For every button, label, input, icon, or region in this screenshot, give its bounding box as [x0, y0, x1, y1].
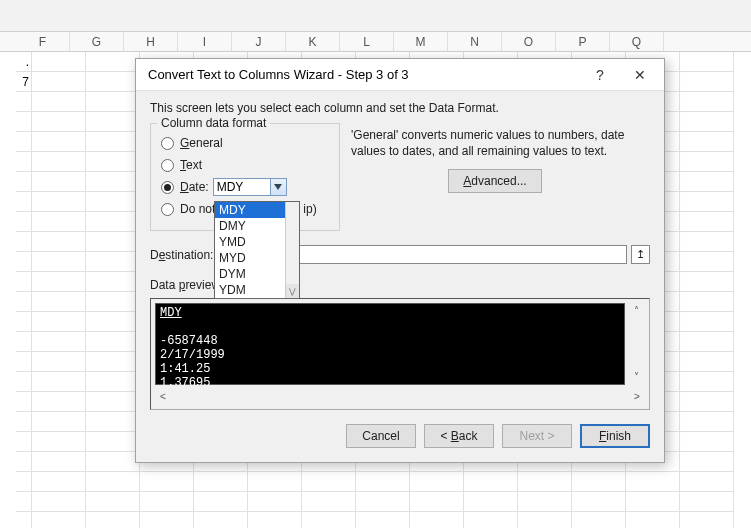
- grid-cell[interactable]: [16, 112, 32, 132]
- column-header[interactable]: O: [502, 32, 556, 51]
- grid-cell[interactable]: [16, 172, 32, 192]
- grid-cell[interactable]: [86, 212, 140, 232]
- grid-cell[interactable]: [680, 232, 734, 252]
- grid-cell[interactable]: [464, 472, 518, 492]
- grid-cell[interactable]: [32, 212, 86, 232]
- grid-cell[interactable]: [86, 132, 140, 152]
- grid-cell[interactable]: [86, 172, 140, 192]
- grid-cell[interactable]: [680, 92, 734, 112]
- grid-cell[interactable]: [680, 212, 734, 232]
- grid-cell[interactable]: [356, 512, 410, 528]
- grid-cell[interactable]: [680, 52, 734, 72]
- grid-cell[interactable]: [194, 512, 248, 528]
- grid-cell[interactable]: [680, 152, 734, 172]
- grid-cell[interactable]: [572, 472, 626, 492]
- grid-cell[interactable]: [86, 432, 140, 452]
- grid-cell[interactable]: [680, 472, 734, 492]
- grid-cell[interactable]: .: [16, 52, 32, 72]
- grid-cell[interactable]: [302, 492, 356, 512]
- grid-cell[interactable]: [32, 232, 86, 252]
- grid-cell[interactable]: [680, 192, 734, 212]
- grid-cell[interactable]: [16, 512, 32, 528]
- grid-cell[interactable]: [518, 472, 572, 492]
- grid-cell[interactable]: 7: [16, 72, 32, 92]
- grid-cell[interactable]: [464, 492, 518, 512]
- grid-cell[interactable]: [140, 512, 194, 528]
- grid-cell[interactable]: [464, 512, 518, 528]
- grid-cell[interactable]: [626, 512, 680, 528]
- grid-cell[interactable]: [32, 412, 86, 432]
- grid-cell[interactable]: [32, 252, 86, 272]
- grid-cell[interactable]: [680, 272, 734, 292]
- grid-cell[interactable]: [86, 252, 140, 272]
- grid-cell[interactable]: [32, 452, 86, 472]
- column-header[interactable]: G: [70, 32, 124, 51]
- grid-cell[interactable]: [518, 512, 572, 528]
- grid-cell[interactable]: [680, 252, 734, 272]
- grid-cell[interactable]: [16, 272, 32, 292]
- column-header[interactable]: J: [232, 32, 286, 51]
- grid-cell[interactable]: [680, 172, 734, 192]
- column-header[interactable]: K: [286, 32, 340, 51]
- column-header[interactable]: L: [340, 32, 394, 51]
- grid-cell[interactable]: [16, 152, 32, 172]
- date-format-dropdown-button[interactable]: [271, 178, 287, 196]
- grid-cell[interactable]: [680, 372, 734, 392]
- grid-cell[interactable]: [32, 472, 86, 492]
- grid-cell[interactable]: [86, 472, 140, 492]
- grid-cell[interactable]: [16, 412, 32, 432]
- grid-cell[interactable]: [16, 212, 32, 232]
- grid-cell[interactable]: [680, 392, 734, 412]
- finish-button[interactable]: Finish: [580, 424, 650, 448]
- column-header[interactable]: Q: [610, 32, 664, 51]
- scroll-down-icon[interactable]: ˅: [634, 369, 639, 385]
- grid-cell[interactable]: [140, 492, 194, 512]
- grid-cell[interactable]: [32, 432, 86, 452]
- grid-cell[interactable]: [410, 472, 464, 492]
- grid-cell[interactable]: [680, 292, 734, 312]
- grid-cell[interactable]: [16, 192, 32, 212]
- grid-cell[interactable]: [86, 92, 140, 112]
- grid-cell[interactable]: [86, 72, 140, 92]
- scroll-down-icon[interactable]: ⋁: [286, 284, 299, 298]
- grid-cell[interactable]: [680, 452, 734, 472]
- grid-cell[interactable]: [518, 492, 572, 512]
- scroll-up-icon[interactable]: ˄: [634, 303, 639, 319]
- grid-cell[interactable]: [302, 512, 356, 528]
- grid-cell[interactable]: [86, 292, 140, 312]
- grid-cell[interactable]: [140, 472, 194, 492]
- scroll-right-icon[interactable]: >: [629, 391, 645, 402]
- grid-cell[interactable]: [32, 392, 86, 412]
- grid-cell[interactable]: [32, 292, 86, 312]
- grid-cell[interactable]: [86, 232, 140, 252]
- grid-cell[interactable]: [32, 272, 86, 292]
- preview-content[interactable]: MDY -6587448 2/17/1999 1:41.25 1.37695: [155, 303, 625, 385]
- grid-cell[interactable]: [32, 332, 86, 352]
- cancel-button[interactable]: Cancel: [346, 424, 416, 448]
- grid-cell[interactable]: [86, 372, 140, 392]
- grid-cell[interactable]: [16, 392, 32, 412]
- grid-cell[interactable]: [32, 132, 86, 152]
- date-format-dropdown-list[interactable]: MDYDMYYMDMYDDYMYDM ⋁: [214, 201, 300, 299]
- grid-cell[interactable]: [356, 492, 410, 512]
- grid-cell[interactable]: [248, 492, 302, 512]
- grid-cell[interactable]: [194, 492, 248, 512]
- range-picker-button[interactable]: ↥: [631, 245, 650, 264]
- column-header[interactable]: N: [448, 32, 502, 51]
- grid-cell[interactable]: [680, 112, 734, 132]
- radio-date[interactable]: [161, 181, 174, 194]
- grid-cell[interactable]: [86, 312, 140, 332]
- grid-cell[interactable]: [194, 472, 248, 492]
- grid-cell[interactable]: [16, 132, 32, 152]
- radio-text[interactable]: [161, 159, 174, 172]
- preview-horizontal-scrollbar[interactable]: < >: [155, 387, 645, 405]
- help-button[interactable]: ?: [580, 61, 620, 89]
- grid-cell[interactable]: [86, 412, 140, 432]
- advanced-button[interactable]: Advanced...: [448, 169, 541, 193]
- grid-cell[interactable]: [626, 472, 680, 492]
- close-button[interactable]: ✕: [620, 61, 660, 89]
- grid-cell[interactable]: [86, 272, 140, 292]
- grid-cell[interactable]: [32, 52, 86, 72]
- date-format-input[interactable]: [213, 178, 271, 196]
- grid-cell[interactable]: [572, 492, 626, 512]
